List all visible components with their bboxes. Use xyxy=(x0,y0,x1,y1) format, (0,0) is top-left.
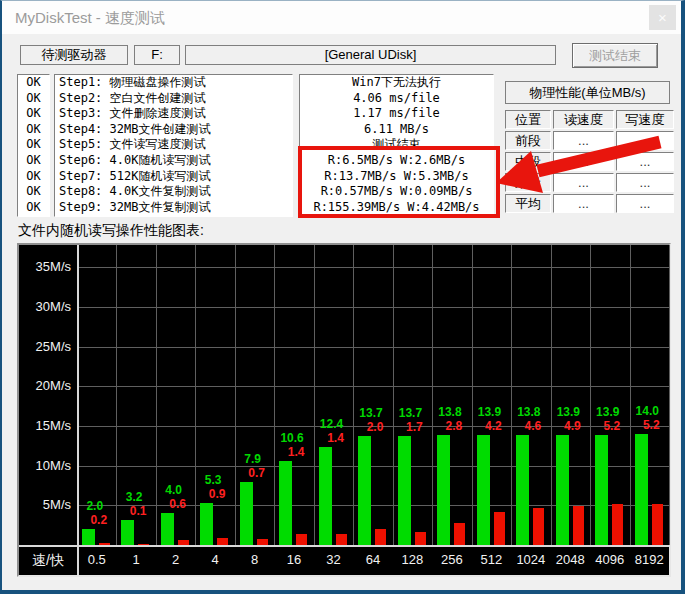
write-value-label: 5.2 xyxy=(632,418,671,432)
write-value-label: 1.7 xyxy=(395,420,434,434)
write-bar xyxy=(454,523,465,545)
step-item: Step5: 文件读写速度测试 xyxy=(55,137,292,153)
x-axis-tick: 64 xyxy=(353,552,392,567)
write-bar xyxy=(257,539,268,545)
write-bar xyxy=(494,512,505,545)
read-bar xyxy=(161,513,174,545)
perf-write-cell: ... xyxy=(616,194,674,213)
step-status: OK xyxy=(18,169,49,185)
perf-write-cell: ... xyxy=(616,152,674,171)
step-status: OK xyxy=(18,91,49,107)
step-status: OK xyxy=(18,137,49,153)
write-value-label: 1.4 xyxy=(316,431,355,445)
read-value-label: 13.9 xyxy=(588,405,627,419)
write-value-label: 0.7 xyxy=(237,466,276,480)
performance-chart: 5M/s10M/s15M/s20M/s25M/s30M/s35M/s速/快0.5… xyxy=(17,243,671,577)
step-status: OK xyxy=(18,153,49,169)
read-bar xyxy=(437,435,450,545)
write-value-label: 0.9 xyxy=(197,487,236,501)
x-axis-tick: 0.5 xyxy=(77,552,116,567)
read-value-label: 4.0 xyxy=(154,483,193,497)
write-bar xyxy=(217,538,228,545)
grid-line-v xyxy=(353,245,354,545)
x-axis-tick: 256 xyxy=(432,552,471,567)
result-line: R:6.5MB/s W:2.6MB/s xyxy=(300,153,493,169)
window-title: MyDiskTest - 速度测试 xyxy=(15,9,165,28)
grid-line-h xyxy=(77,267,669,268)
result-line: 6.11 MB/s xyxy=(300,122,493,138)
x-axis-tick: 8192 xyxy=(630,552,669,567)
write-value-label: 0.1 xyxy=(118,504,157,518)
write-bar xyxy=(296,534,307,545)
grid-line-v xyxy=(432,245,433,545)
read-value-label: 5.3 xyxy=(193,473,232,487)
x-axis-tick: 1 xyxy=(116,552,155,567)
write-bar xyxy=(375,529,386,545)
perf-header-cell: 位置 xyxy=(505,110,551,129)
x-axis-tick: 2048 xyxy=(551,552,590,567)
step-status: OK xyxy=(18,184,49,200)
x-axis-tick: 16 xyxy=(274,552,313,567)
read-value-label: 13.7 xyxy=(351,406,390,420)
perf-row-label: 中段 xyxy=(505,152,551,171)
result-line: Win7下无法执行 xyxy=(300,75,493,91)
grid-line-v xyxy=(669,245,670,545)
perf-row-label: 末段 xyxy=(505,173,551,192)
write-bar xyxy=(178,540,189,545)
read-bar xyxy=(635,434,648,545)
result-line: R:13.7MB/s W:5.3MB/s xyxy=(300,169,493,185)
results-panel: Win7下无法执行4.06 ms/file1.17 ms/file6.11 MB… xyxy=(299,74,494,217)
grid-line-h xyxy=(77,386,669,387)
step-item: Step3: 文件删除速度测试 xyxy=(55,106,292,122)
perf-read-cell: ... xyxy=(553,194,614,213)
step-item: Step2: 空白文件创建测试 xyxy=(55,91,292,107)
write-value-label: 0.6 xyxy=(158,497,197,511)
grid-line-v xyxy=(590,245,591,545)
perf-read-cell: ... xyxy=(553,131,614,150)
grid-line-h xyxy=(77,466,669,467)
perf-header-cell: 写速度 xyxy=(616,110,674,129)
write-bar xyxy=(138,544,149,545)
title-bar: MyDiskTest - 速度测试 × xyxy=(2,1,681,34)
close-icon[interactable]: × xyxy=(649,5,676,30)
grid-line-v xyxy=(511,245,512,545)
x-axis-tick: 1024 xyxy=(511,552,550,567)
grid-line-v xyxy=(472,245,473,545)
step-item: Step6: 4.0K随机读写测试 xyxy=(55,153,292,169)
test-finish-button[interactable]: 测试结束 xyxy=(572,43,658,68)
y-axis-tick: 15M/s xyxy=(19,418,71,433)
perf-read-cell: ... xyxy=(553,173,614,192)
read-bar xyxy=(477,435,490,545)
write-value-label: 4.2 xyxy=(474,419,513,433)
write-value-label: 1.4 xyxy=(276,445,315,459)
y-axis-tick: 30M/s xyxy=(19,299,71,314)
x-axis-tick: 8 xyxy=(235,552,274,567)
grid-line-v xyxy=(314,245,315,545)
step-item: Step4: 32MB文件创建测试 xyxy=(55,122,292,138)
volume-name-field: [General UDisk] xyxy=(185,45,556,65)
grid-line-v xyxy=(156,245,157,545)
step-list-panel: Step1: 物理磁盘操作测试Step2: 空白文件创建测试Step3: 文件删… xyxy=(54,74,293,217)
read-bar xyxy=(200,503,213,545)
performance-group-title: 物理性能(单位MB/s) xyxy=(505,81,670,104)
write-bar xyxy=(652,504,663,545)
write-bar xyxy=(573,506,584,545)
drive-selector[interactable]: F: xyxy=(134,45,180,65)
result-line: 1.17 ms/file xyxy=(300,106,493,122)
axis-corner-label: 速/快 xyxy=(19,552,77,570)
read-value-label: 13.9 xyxy=(470,405,509,419)
performance-table: 位置读速度写速度前段......中段......末段......平均...... xyxy=(505,110,674,213)
result-line: R:155.39MB/s W:4.42MB/s xyxy=(300,200,493,216)
write-bar xyxy=(533,508,544,545)
step-status: OK xyxy=(18,200,49,216)
x-axis-tick: 4096 xyxy=(590,552,629,567)
perf-header-cell: 读速度 xyxy=(553,110,614,129)
step-status: OK xyxy=(18,75,49,91)
y-axis-tick: 5M/s xyxy=(19,497,71,512)
step-status: OK xyxy=(18,106,49,122)
read-bar xyxy=(398,436,411,545)
chart-title: 文件内随机读写操作性能图表: xyxy=(18,222,204,240)
step-status-panel: OKOKOKOKOKOKOKOKOK xyxy=(17,74,50,217)
read-bar xyxy=(358,436,371,545)
result-line: 4.06 ms/file xyxy=(300,91,493,107)
